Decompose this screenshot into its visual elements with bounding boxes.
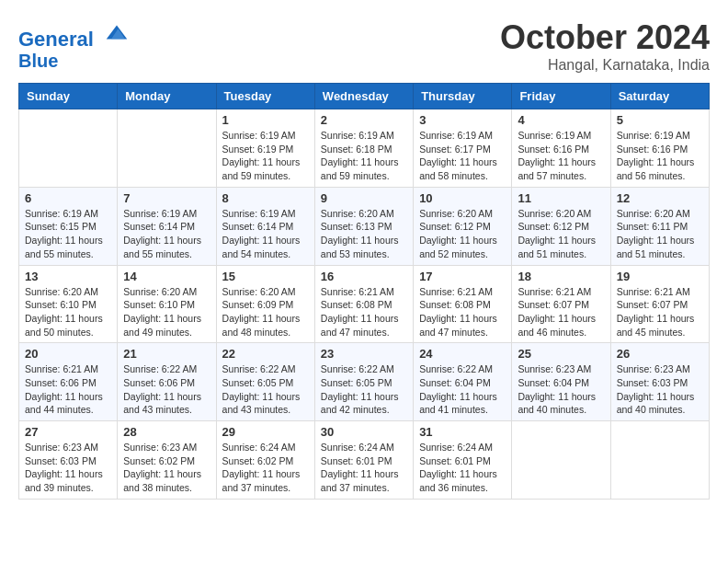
logo-general: General	[18, 28, 94, 51]
day-number: 6	[25, 191, 111, 205]
calendar-cell: 14Sunrise: 6:20 AMSunset: 6:10 PMDayligh…	[118, 265, 216, 343]
day-info: Sunrise: 6:21 AMSunset: 6:07 PMDaylight:…	[518, 285, 604, 339]
calendar-week-row: 13Sunrise: 6:20 AMSunset: 6:10 PMDayligh…	[19, 265, 710, 343]
day-number: 26	[617, 347, 703, 361]
calendar-week-row: 20Sunrise: 6:21 AMSunset: 6:06 PMDayligh…	[19, 343, 710, 421]
logo-blue: Blue	[18, 51, 131, 71]
day-number: 12	[617, 191, 703, 205]
calendar-cell	[19, 109, 118, 188]
weekday-header: Sunday	[19, 84, 118, 109]
calendar-cell: 24Sunrise: 6:22 AMSunset: 6:04 PMDayligh…	[414, 343, 512, 421]
weekday-header: Saturday	[610, 84, 709, 109]
day-info: Sunrise: 6:19 AMSunset: 6:17 PMDaylight:…	[419, 129, 506, 183]
day-info: Sunrise: 6:20 AMSunset: 6:13 PMDaylight:…	[321, 207, 407, 261]
weekday-header: Friday	[512, 84, 610, 109]
calendar-cell	[118, 109, 216, 188]
calendar-cell: 11Sunrise: 6:20 AMSunset: 6:12 PMDayligh…	[512, 187, 610, 265]
calendar-cell: 2Sunrise: 6:19 AMSunset: 6:18 PMDaylight…	[314, 109, 413, 188]
calendar-cell: 27Sunrise: 6:23 AMSunset: 6:03 PMDayligh…	[19, 421, 118, 500]
calendar-cell: 3Sunrise: 6:19 AMSunset: 6:17 PMDaylight…	[414, 109, 512, 188]
day-number: 28	[123, 425, 210, 439]
day-info: Sunrise: 6:24 AMSunset: 6:02 PMDaylight:…	[222, 441, 309, 495]
day-info: Sunrise: 6:23 AMSunset: 6:04 PMDaylight:…	[518, 362, 604, 417]
day-info: Sunrise: 6:22 AMSunset: 6:06 PMDaylight:…	[123, 362, 210, 417]
day-number: 16	[321, 270, 407, 283]
day-number: 25	[518, 347, 604, 361]
logo-text: General	[18, 18, 131, 51]
day-info: Sunrise: 6:22 AMSunset: 6:04 PMDaylight:…	[419, 362, 506, 417]
calendar-week-row: 6Sunrise: 6:19 AMSunset: 6:15 PMDaylight…	[19, 187, 710, 265]
day-number: 1	[222, 113, 309, 127]
day-number: 17	[419, 270, 506, 283]
calendar-cell: 19Sunrise: 6:21 AMSunset: 6:07 PMDayligh…	[610, 265, 709, 343]
day-number: 7	[123, 191, 210, 205]
day-info: Sunrise: 6:24 AMSunset: 6:01 PMDaylight:…	[419, 441, 506, 495]
calendar-table: SundayMondayTuesdayWednesdayThursdayFrid…	[18, 83, 710, 500]
day-info: Sunrise: 6:20 AMSunset: 6:12 PMDaylight:…	[518, 207, 604, 261]
calendar-cell: 31Sunrise: 6:24 AMSunset: 6:01 PMDayligh…	[414, 421, 512, 500]
day-number: 22	[222, 347, 309, 361]
day-info: Sunrise: 6:21 AMSunset: 6:08 PMDaylight:…	[419, 285, 506, 339]
day-number: 18	[518, 270, 604, 283]
calendar-cell: 17Sunrise: 6:21 AMSunset: 6:08 PMDayligh…	[414, 265, 512, 343]
calendar-week-row: 27Sunrise: 6:23 AMSunset: 6:03 PMDayligh…	[19, 421, 710, 500]
day-number: 13	[25, 270, 111, 283]
calendar-cell: 4Sunrise: 6:19 AMSunset: 6:16 PMDaylight…	[512, 109, 610, 188]
calendar-cell: 29Sunrise: 6:24 AMSunset: 6:02 PMDayligh…	[216, 421, 314, 500]
day-info: Sunrise: 6:20 AMSunset: 6:10 PMDaylight:…	[123, 285, 210, 339]
day-number: 15	[222, 270, 309, 283]
title-section: October 2024 Hangal, Karnataka, India	[500, 18, 710, 74]
day-number: 21	[123, 347, 210, 361]
day-number: 20	[25, 347, 111, 361]
day-info: Sunrise: 6:21 AMSunset: 6:06 PMDaylight:…	[25, 362, 111, 417]
day-info: Sunrise: 6:23 AMSunset: 6:03 PMDaylight:…	[617, 362, 703, 417]
day-number: 10	[419, 191, 506, 205]
calendar-cell: 6Sunrise: 6:19 AMSunset: 6:15 PMDaylight…	[19, 187, 118, 265]
calendar-cell: 23Sunrise: 6:22 AMSunset: 6:05 PMDayligh…	[314, 343, 413, 421]
day-info: Sunrise: 6:19 AMSunset: 6:18 PMDaylight:…	[321, 129, 407, 183]
day-number: 2	[321, 113, 407, 127]
day-info: Sunrise: 6:23 AMSunset: 6:03 PMDaylight:…	[25, 441, 111, 495]
calendar-cell: 7Sunrise: 6:19 AMSunset: 6:14 PMDaylight…	[118, 187, 216, 265]
day-info: Sunrise: 6:19 AMSunset: 6:14 PMDaylight:…	[222, 207, 309, 261]
month-title: October 2024	[500, 18, 710, 57]
calendar-cell: 20Sunrise: 6:21 AMSunset: 6:06 PMDayligh…	[19, 343, 118, 421]
day-number: 30	[321, 425, 407, 439]
calendar-cell: 9Sunrise: 6:20 AMSunset: 6:13 PMDaylight…	[314, 187, 413, 265]
location-title: Hangal, Karnataka, India	[500, 57, 710, 74]
day-number: 23	[321, 347, 407, 361]
day-number: 8	[222, 191, 309, 205]
calendar-week-row: 1Sunrise: 6:19 AMSunset: 6:19 PMDaylight…	[19, 109, 710, 188]
logo-icon	[103, 18, 131, 46]
day-number: 14	[123, 270, 210, 283]
calendar-cell	[610, 421, 709, 500]
day-number: 5	[617, 113, 703, 127]
day-info: Sunrise: 6:19 AMSunset: 6:15 PMDaylight:…	[25, 207, 111, 261]
day-info: Sunrise: 6:19 AMSunset: 6:19 PMDaylight:…	[222, 129, 309, 183]
weekday-header: Monday	[118, 84, 216, 109]
page-header: General Blue October 2024 Hangal, Karnat…	[18, 18, 710, 74]
weekday-header-row: SundayMondayTuesdayWednesdayThursdayFrid…	[19, 84, 710, 109]
calendar-cell: 22Sunrise: 6:22 AMSunset: 6:05 PMDayligh…	[216, 343, 314, 421]
day-number: 19	[617, 270, 703, 283]
calendar-cell: 12Sunrise: 6:20 AMSunset: 6:11 PMDayligh…	[610, 187, 709, 265]
calendar-cell: 10Sunrise: 6:20 AMSunset: 6:12 PMDayligh…	[414, 187, 512, 265]
day-number: 11	[518, 191, 604, 205]
day-number: 3	[419, 113, 506, 127]
day-info: Sunrise: 6:20 AMSunset: 6:10 PMDaylight:…	[25, 285, 111, 339]
calendar-cell: 26Sunrise: 6:23 AMSunset: 6:03 PMDayligh…	[610, 343, 709, 421]
calendar-cell: 21Sunrise: 6:22 AMSunset: 6:06 PMDayligh…	[118, 343, 216, 421]
calendar-cell: 13Sunrise: 6:20 AMSunset: 6:10 PMDayligh…	[19, 265, 118, 343]
day-info: Sunrise: 6:21 AMSunset: 6:08 PMDaylight:…	[321, 285, 407, 339]
day-info: Sunrise: 6:22 AMSunset: 6:05 PMDaylight:…	[321, 362, 407, 417]
day-info: Sunrise: 6:19 AMSunset: 6:14 PMDaylight:…	[123, 207, 210, 261]
calendar-cell: 30Sunrise: 6:24 AMSunset: 6:01 PMDayligh…	[314, 421, 413, 500]
day-info: Sunrise: 6:20 AMSunset: 6:12 PMDaylight:…	[419, 207, 506, 261]
day-number: 9	[321, 191, 407, 205]
day-info: Sunrise: 6:23 AMSunset: 6:02 PMDaylight:…	[123, 441, 210, 495]
day-number: 24	[419, 347, 506, 361]
calendar-cell: 25Sunrise: 6:23 AMSunset: 6:04 PMDayligh…	[512, 343, 610, 421]
day-number: 4	[518, 113, 604, 127]
day-number: 27	[25, 425, 111, 439]
calendar-cell: 1Sunrise: 6:19 AMSunset: 6:19 PMDaylight…	[216, 109, 314, 188]
